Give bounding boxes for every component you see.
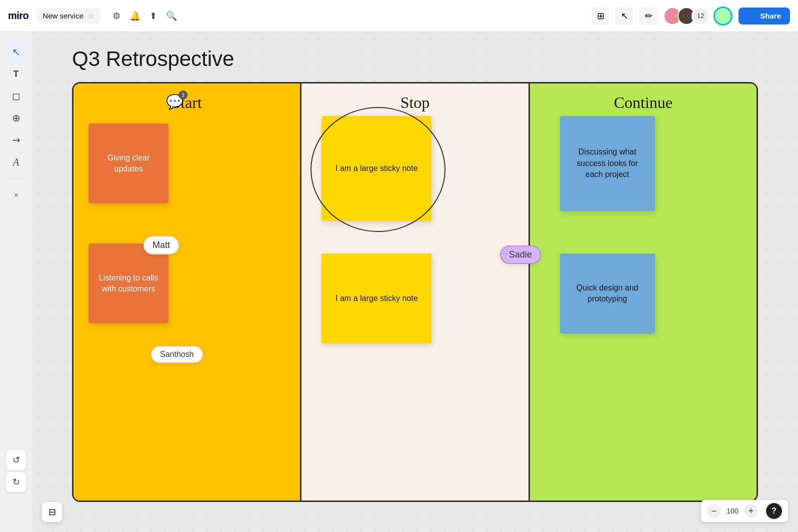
panel-toggle-icon: ⊟: [48, 506, 56, 518]
zoom-out-button[interactable]: −: [707, 504, 721, 518]
pen-mode-button[interactable]: ✏: [640, 7, 658, 25]
text-tool-icon: T: [14, 69, 19, 80]
large-sticky-container-1: I am a large sticky note: [322, 116, 432, 221]
avatar-user3[interactable]: [714, 6, 732, 26]
board-title-text: New service: [42, 12, 84, 20]
shape-tool-icon: ⊕: [12, 112, 20, 124]
zoom-plus-icon: +: [748, 506, 754, 516]
redo-button[interactable]: ↻: [6, 472, 26, 492]
cursor-santhosh: ▷ Santhosh: [151, 348, 158, 360]
share-icon: 👤: [748, 12, 757, 20]
sticky-tool-icon: ◻: [12, 90, 20, 102]
help-icon: ?: [772, 506, 776, 516]
sidebar-divider: [8, 178, 24, 178]
cursor-sadie: Sadie ▷: [500, 248, 508, 260]
tool-more[interactable]: »: [6, 184, 26, 204]
sticky-large-2[interactable]: I am a large sticky note: [322, 254, 432, 344]
sticky-giving-clear-updates[interactable]: Giving clear updates: [88, 124, 168, 204]
sticky-quick-design[interactable]: Quick design and prototyping: [560, 254, 655, 334]
undo-redo-group: ↺ ↻: [6, 450, 26, 492]
pen-tool-icon: A: [13, 156, 19, 168]
column-continue-header: Continue: [614, 94, 672, 112]
help-button[interactable]: ?: [766, 503, 782, 519]
tool-text[interactable]: T: [6, 64, 26, 84]
comment-badge[interactable]: 💬 3: [166, 94, 184, 110]
panel-toggle-button[interactable]: ⊟: [42, 502, 62, 522]
canvas-area[interactable]: Q3 Retrospective Start Giving clear upda…: [32, 32, 798, 532]
tool-pen[interactable]: A: [6, 152, 26, 172]
bell-icon[interactable]: 🔔: [130, 10, 140, 22]
cursor-icon: ↖: [621, 10, 628, 22]
toolbar-icons: ⚙ 🔔 ⬆ 🔍: [112, 10, 177, 22]
connector-tool-icon: ↗: [9, 133, 24, 148]
left-sidebar: ↖ T ◻ ⊕ ↗ A » ↺ ↻: [0, 32, 32, 532]
search-icon[interactable]: 🔍: [166, 10, 177, 22]
board-page-title: Q3 Retrospective: [72, 47, 234, 71]
cursor-matt: ◁ Matt: [144, 238, 152, 252]
undo-button[interactable]: ↺: [6, 450, 26, 470]
matt-label: Matt: [144, 236, 179, 254]
star-icon[interactable]: ☆: [88, 11, 94, 20]
column-stop: Stop I am a large sticky note I am a lar…: [302, 84, 530, 500]
column-stop-header: Stop: [400, 94, 430, 112]
tool-cursor[interactable]: ↖: [6, 42, 26, 62]
sticky-discussing-success[interactable]: Discussing what success looks for each p…: [560, 116, 655, 211]
toolbar-left: miro New service ☆ ⚙ 🔔 ⬆ 🔍: [8, 8, 592, 24]
board-title-area[interactable]: New service ☆: [36, 8, 100, 24]
grid-view-button[interactable]: ⊞: [592, 7, 610, 25]
zoom-minus-icon: −: [712, 506, 717, 516]
share-button[interactable]: 👤 Share: [738, 8, 790, 24]
upload-icon[interactable]: ⬆: [150, 10, 157, 22]
miro-logo: miro: [8, 10, 28, 22]
top-toolbar: miro New service ☆ ⚙ 🔔 ⬆ 🔍 ⊞ ↖ ✏ 12: [0, 0, 798, 32]
sticky-listening-calls[interactable]: Listening to calls with customers: [88, 244, 168, 324]
tool-connector[interactable]: ↗: [6, 130, 26, 150]
column-continue: Continue Discussing what success looks f…: [530, 84, 756, 500]
zoom-level-display: 100: [725, 507, 740, 515]
cursor-tool-icon: ↖: [12, 46, 20, 58]
cursor-mode-button[interactable]: ↖: [616, 7, 634, 25]
grid-icon: ⊞: [597, 10, 604, 22]
tool-sticky[interactable]: ◻: [6, 86, 26, 106]
santhosh-label: Santhosh: [151, 346, 203, 363]
pen-icon: ✏: [645, 10, 652, 22]
avatars-group: 12: [664, 6, 732, 26]
settings-icon[interactable]: ⚙: [112, 10, 120, 22]
column-start: Start Giving clear updates Listening to …: [74, 84, 302, 500]
more-tools-icon: »: [14, 190, 18, 198]
zoom-in-button[interactable]: +: [744, 504, 758, 518]
tool-shape[interactable]: ⊕: [6, 108, 26, 128]
avatar-count[interactable]: 12: [692, 7, 710, 25]
zoom-controls: − 100 + ?: [701, 500, 788, 522]
sticky-large-1[interactable]: I am a large sticky note: [322, 116, 432, 221]
comment-count: 3: [178, 90, 188, 100]
retro-board: Start Giving clear updates Listening to …: [72, 82, 758, 502]
toolbar-right: ⊞ ↖ ✏ 12 👤 Share: [592, 6, 790, 26]
